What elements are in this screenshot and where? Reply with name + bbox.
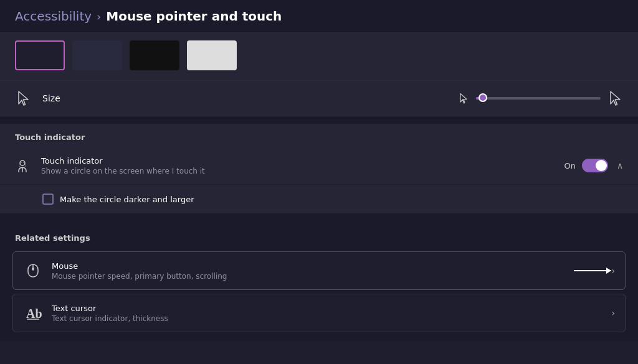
toggle-on-label: On bbox=[564, 161, 576, 170]
size-label: Size bbox=[42, 93, 459, 103]
text-cursor-setting-item[interactable]: Ab Text cursor Text cursor indicator, th… bbox=[12, 294, 626, 332]
touch-indicator-toggle[interactable] bbox=[582, 159, 608, 172]
cursor-large-icon bbox=[608, 90, 623, 107]
mouse-text: Mouse Mouse pointer speed, primary butto… bbox=[52, 261, 574, 281]
touch-indicator-control: On ∧ bbox=[564, 158, 626, 173]
swatches-row bbox=[15, 40, 623, 70]
section-divider bbox=[0, 116, 638, 124]
slider-thumb[interactable] bbox=[478, 93, 487, 102]
swatch-white[interactable] bbox=[187, 40, 237, 70]
cursor-icon bbox=[15, 90, 32, 107]
touch-indicator-section: Touch indicator Touch indicator Show a c… bbox=[0, 124, 638, 213]
mouse-arrow bbox=[574, 270, 611, 271]
touch-indicator-header: Touch indicator bbox=[0, 124, 638, 147]
breadcrumb: Accessibility › Mouse pointer and touch bbox=[15, 9, 623, 24]
swatch-gray[interactable] bbox=[72, 40, 122, 70]
touch-indicator-title: Touch indicator bbox=[41, 156, 564, 166]
size-slider-area bbox=[459, 90, 623, 107]
touch-indicator-row: Touch indicator Show a circle on the scr… bbox=[0, 147, 638, 185]
breadcrumb-current: Mouse pointer and touch bbox=[106, 9, 282, 24]
mouse-chevron-icon: › bbox=[611, 266, 615, 276]
checkbox-label: Make the circle darker and larger bbox=[60, 195, 194, 204]
size-slider[interactable] bbox=[476, 97, 601, 100]
checkbox-row: Make the circle darker and larger bbox=[0, 185, 638, 213]
touch-indicator-expand-button[interactable]: ∧ bbox=[614, 158, 626, 173]
mouse-subtitle: Mouse pointer speed, primary button, scr… bbox=[52, 272, 574, 281]
text-cursor-title: Text cursor bbox=[52, 304, 611, 313]
swatch-selected[interactable] bbox=[15, 40, 65, 70]
page-header: Accessibility › Mouse pointer and touch bbox=[0, 0, 638, 33]
related-settings-section: Related settings Mouse Mouse pointer spe… bbox=[0, 221, 638, 341]
text-cursor-text: Text cursor Text cursor indicator, thick… bbox=[52, 304, 611, 323]
mouse-icon bbox=[23, 261, 43, 281]
touch-indicator-subtitle: Show a circle on the screen where I touc… bbox=[41, 167, 564, 175]
text-cursor-icon: Ab bbox=[23, 303, 43, 323]
toggle-knob bbox=[596, 160, 607, 171]
swatch-black[interactable] bbox=[130, 40, 179, 70]
color-swatches-section bbox=[0, 33, 638, 81]
touch-indicator-text: Touch indicator Show a circle on the scr… bbox=[41, 156, 564, 175]
svg-text:Ab: Ab bbox=[26, 307, 42, 320]
section-divider-2 bbox=[0, 213, 638, 221]
breadcrumb-separator: › bbox=[97, 10, 101, 23]
size-section: Size bbox=[0, 81, 638, 116]
touch-icon bbox=[12, 156, 32, 175]
svg-point-4 bbox=[32, 268, 34, 270]
text-cursor-chevron-icon: › bbox=[611, 308, 615, 318]
breadcrumb-parent[interactable]: Accessibility bbox=[15, 9, 92, 24]
arrow-line bbox=[574, 270, 611, 271]
darker-circle-checkbox[interactable] bbox=[42, 194, 54, 205]
mouse-title: Mouse bbox=[52, 261, 574, 271]
mouse-setting-item[interactable]: Mouse Mouse pointer speed, primary butto… bbox=[12, 251, 626, 290]
text-cursor-subtitle: Text cursor indicator, thickness bbox=[52, 314, 611, 323]
related-settings-header: Related settings bbox=[0, 221, 638, 248]
cursor-small-icon bbox=[459, 92, 469, 105]
